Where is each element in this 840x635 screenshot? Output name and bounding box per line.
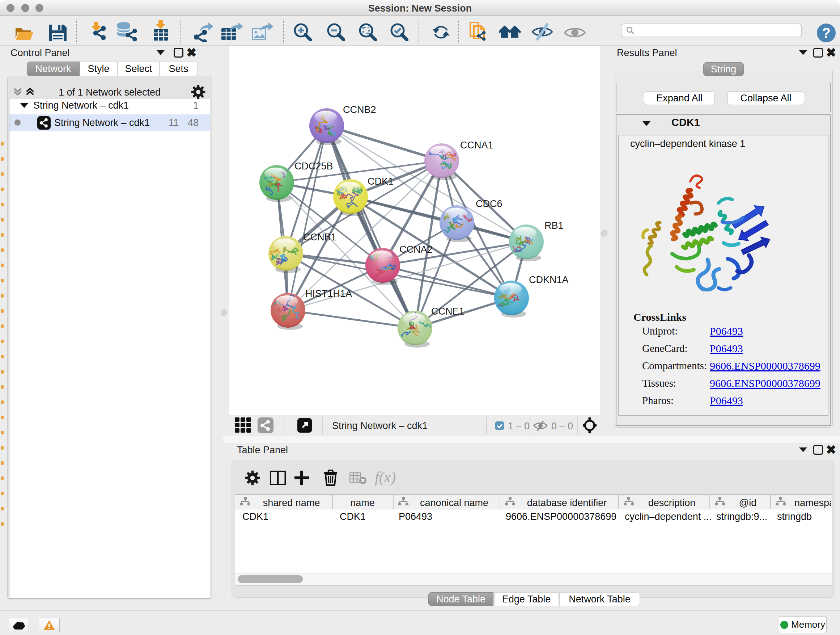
svg-text:CCNB2: CCNB2 (343, 104, 376, 115)
svg-text:?: ? (822, 25, 830, 41)
svg-text:CDKN1A: CDKN1A (529, 274, 569, 285)
svg-text:CCNA1: CCNA1 (460, 140, 493, 150)
svg-text:CCNB1: CCNB1 (303, 232, 336, 242)
svg-text:HIST1H1A: HIST1H1A (305, 288, 352, 299)
svg-text:CCNA2: CCNA2 (399, 244, 433, 255)
svg-text:CDK1: CDK1 (368, 176, 393, 187)
svg-text:CCNE1: CCNE1 (431, 306, 464, 317)
svg-text:RB1: RB1 (545, 220, 564, 231)
svg-text:CDC6: CDC6 (476, 198, 502, 209)
svg-text:CDC25B: CDC25B (294, 161, 333, 172)
